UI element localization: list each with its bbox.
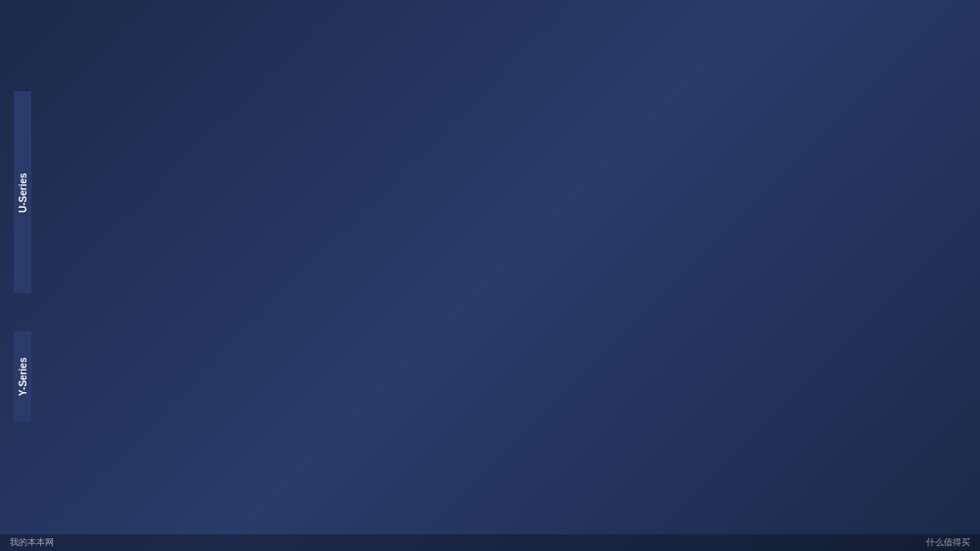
u-series-label: U-Series — [14, 91, 32, 294]
y-series-label: Y-Series — [14, 331, 32, 423]
bottom-right-text: 什么值得买 — [926, 536, 970, 549]
bottom-left-text: 我的本本网 — [10, 536, 54, 549]
bottom-bar: 我的本本网 什么值得买 — [0, 534, 980, 551]
